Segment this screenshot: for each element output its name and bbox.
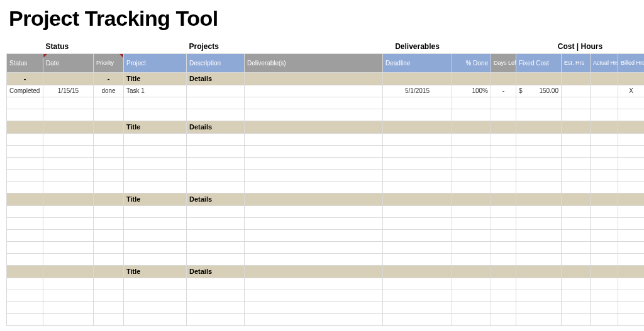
section-cell[interactable] (562, 265, 591, 278)
cell-status[interactable] (7, 205, 43, 217)
section-cell[interactable] (562, 121, 591, 133)
cell-fixed_cost[interactable] (516, 169, 562, 181)
cell-deliverables[interactable] (245, 229, 383, 241)
cell-deliverables[interactable] (245, 241, 383, 253)
section-cell[interactable] (516, 121, 562, 133)
section-cell[interactable] (618, 72, 645, 85)
cell-actual_hrs[interactable] (591, 85, 618, 97)
cell-project[interactable] (124, 97, 187, 109)
cell-status[interactable] (7, 133, 43, 145)
cell-project[interactable] (124, 253, 187, 265)
cell-fixed_cost[interactable] (516, 181, 562, 193)
cell-actual_hrs[interactable] (591, 290, 618, 301)
section-cell[interactable] (516, 193, 562, 205)
cell-deadline[interactable] (383, 229, 452, 241)
cell-est_hrs[interactable] (562, 205, 591, 217)
cell-fixed_cost[interactable] (516, 217, 562, 229)
cell-deliverables[interactable] (245, 145, 383, 157)
cell-billed_hrs[interactable] (618, 133, 645, 145)
cell-fixed_cost[interactable] (516, 109, 562, 121)
cell-status[interactable] (7, 109, 43, 121)
section-cell[interactable] (591, 121, 618, 133)
cell-fixed_cost[interactable] (516, 97, 562, 109)
cell-deadline[interactable] (383, 253, 452, 265)
cell-deadline[interactable] (383, 205, 452, 217)
section-cell[interactable] (245, 72, 383, 85)
cell-days_left[interactable] (491, 97, 516, 109)
cell-pdone[interactable] (452, 145, 491, 157)
col-est-hrs[interactable]: Est. Hrs (562, 53, 591, 72)
cell-actual_hrs[interactable] (591, 229, 618, 241)
section-cell[interactable] (452, 265, 491, 278)
cell-priority[interactable] (94, 181, 124, 193)
section-cell[interactable] (516, 265, 562, 278)
cell-pdone[interactable] (452, 229, 491, 241)
section-cell[interactable] (516, 72, 562, 85)
cell-priority[interactable] (94, 97, 124, 109)
cell-pdone[interactable] (452, 157, 491, 169)
section-cell[interactable] (43, 265, 94, 278)
section-cell[interactable] (618, 193, 645, 205)
cell-priority[interactable] (94, 217, 124, 229)
cell-project[interactable] (124, 157, 187, 169)
cell-project[interactable]: Task 1 (124, 85, 187, 97)
cell-description[interactable] (187, 169, 245, 181)
cell-billed_hrs[interactable] (618, 278, 645, 290)
cell-status[interactable] (7, 145, 43, 157)
cell-priority[interactable] (94, 278, 124, 290)
cell-status[interactable] (7, 290, 43, 301)
section-cell[interactable] (383, 193, 452, 205)
cell-description[interactable] (187, 157, 245, 169)
cell-fixed_cost[interactable] (516, 145, 562, 157)
cell-deadline[interactable] (383, 181, 452, 193)
cell-actual_hrs[interactable] (591, 205, 618, 217)
cell-deadline[interactable] (383, 109, 452, 121)
cell-date[interactable] (43, 290, 94, 301)
cell-deliverables[interactable] (245, 133, 383, 145)
section-cell[interactable] (452, 121, 491, 133)
cell-status[interactable] (7, 229, 43, 241)
cell-days_left[interactable] (491, 290, 516, 301)
section-cell[interactable]: - (7, 72, 43, 85)
cell-priority[interactable] (94, 205, 124, 217)
section-details-label[interactable]: Details (187, 193, 245, 205)
col-billed-hrs[interactable]: Billed Hrs (618, 53, 645, 72)
cell-date[interactable] (43, 109, 94, 121)
cell-project[interactable] (124, 241, 187, 253)
cell-deliverables[interactable] (245, 205, 383, 217)
cell-pdone[interactable] (452, 109, 491, 121)
cell-pdone[interactable] (452, 253, 491, 265)
cell-status[interactable] (7, 278, 43, 290)
section-cell[interactable] (562, 72, 591, 85)
cell-pdone[interactable]: 100% (452, 85, 491, 97)
section-cell[interactable] (7, 121, 43, 133)
cell-actual_hrs[interactable] (591, 301, 618, 313)
col-deliverables[interactable]: Deliverable(s) (245, 53, 383, 72)
cell-pdone[interactable] (452, 217, 491, 229)
cell-billed_hrs[interactable] (618, 301, 645, 313)
cell-est_hrs[interactable] (562, 97, 591, 109)
cell-project[interactable] (124, 278, 187, 290)
cell-pdone[interactable] (452, 205, 491, 217)
cell-priority[interactable] (94, 241, 124, 253)
section-cell[interactable] (618, 265, 645, 278)
cell-deliverables[interactable] (245, 278, 383, 290)
cell-est_hrs[interactable] (562, 109, 591, 121)
cell-project[interactable] (124, 290, 187, 301)
cell-billed_hrs[interactable] (618, 145, 645, 157)
cell-billed_hrs[interactable] (618, 205, 645, 217)
cell-deliverables[interactable] (245, 290, 383, 301)
cell-billed_hrs[interactable] (618, 169, 645, 181)
cell-est_hrs[interactable] (562, 241, 591, 253)
cell-project[interactable] (124, 217, 187, 229)
cell-pdone[interactable] (452, 313, 491, 325)
cell-est_hrs[interactable] (562, 278, 591, 290)
section-details-label[interactable]: Details (187, 121, 245, 133)
cell-priority[interactable] (94, 169, 124, 181)
cell-project[interactable] (124, 229, 187, 241)
cell-days_left[interactable] (491, 301, 516, 313)
section-details-label[interactable]: Details (187, 265, 245, 278)
cell-status[interactable] (7, 301, 43, 313)
cell-priority[interactable] (94, 145, 124, 157)
cell-est_hrs[interactable] (562, 169, 591, 181)
